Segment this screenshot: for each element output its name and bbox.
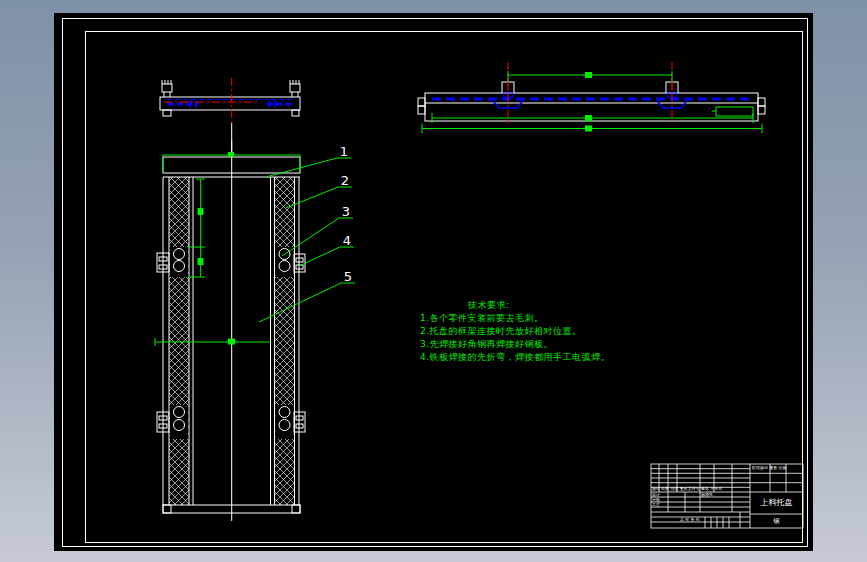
row-standard-label: 标准化 bbox=[701, 493, 713, 497]
cad-viewport: 1 2 3 4 5 技术要求: 1.各个零件安装前要去毛刺。 2.托盘的框架连接… bbox=[0, 0, 867, 562]
clamp-symbol-right bbox=[290, 80, 300, 97]
part-name: 上料托盘 bbox=[750, 493, 803, 513]
revision-table-header: 标记 处数 分区 更改文件号 签名 年月日 bbox=[652, 487, 722, 491]
callout-numbers: 1 2 3 4 5 bbox=[340, 144, 352, 284]
note-line: 2.托盘的框架连接时先放好相对位置。 bbox=[420, 325, 610, 338]
callout-number-4: 4 bbox=[343, 233, 351, 248]
callout-number-3: 3 bbox=[342, 204, 350, 219]
hidden-lines bbox=[167, 100, 294, 109]
dim-text bbox=[585, 126, 592, 132]
dim-text bbox=[198, 208, 204, 215]
material-field: 钢 bbox=[750, 514, 803, 528]
hatch-right-rail bbox=[275, 177, 295, 505]
notes-title: 技术要求: bbox=[420, 299, 610, 312]
clamp-symbol-left bbox=[162, 80, 172, 97]
callout-number-1: 1 bbox=[340, 144, 348, 159]
drawing-linework: 1 2 3 4 5 bbox=[0, 0, 867, 562]
technical-notes: 技术要求: 1.各个零件安装前要去毛刺。 2.托盘的框架连接时先放好相对位置。 … bbox=[420, 299, 610, 364]
note-line: 1.各个零件安装前要去毛刺。 bbox=[420, 312, 610, 325]
top-view bbox=[160, 78, 300, 154]
note-line: 4.铁板焊接的先折弯，焊接都用手工电弧焊。 bbox=[420, 351, 610, 364]
dim-text bbox=[228, 152, 234, 157]
callout-number-5: 5 bbox=[344, 269, 352, 284]
callout-number-2: 2 bbox=[341, 173, 349, 188]
dim-text bbox=[198, 258, 204, 265]
hatch-left-rail bbox=[169, 177, 189, 505]
note-line: 3.先焊接好角钢再焊接好钢板。 bbox=[420, 338, 610, 351]
stage-weight-scale-header: 阶段标记 重量 比例 bbox=[752, 466, 787, 470]
row-process-label: 工艺 bbox=[652, 503, 660, 507]
front-view bbox=[157, 140, 305, 521]
dim-text bbox=[585, 115, 592, 121]
dim-text bbox=[585, 72, 592, 78]
dim-text bbox=[228, 339, 235, 345]
detail-callout-box bbox=[716, 107, 753, 116]
centerlines bbox=[164, 78, 258, 123]
sheet-info: 共 张 第 张 bbox=[680, 518, 700, 522]
